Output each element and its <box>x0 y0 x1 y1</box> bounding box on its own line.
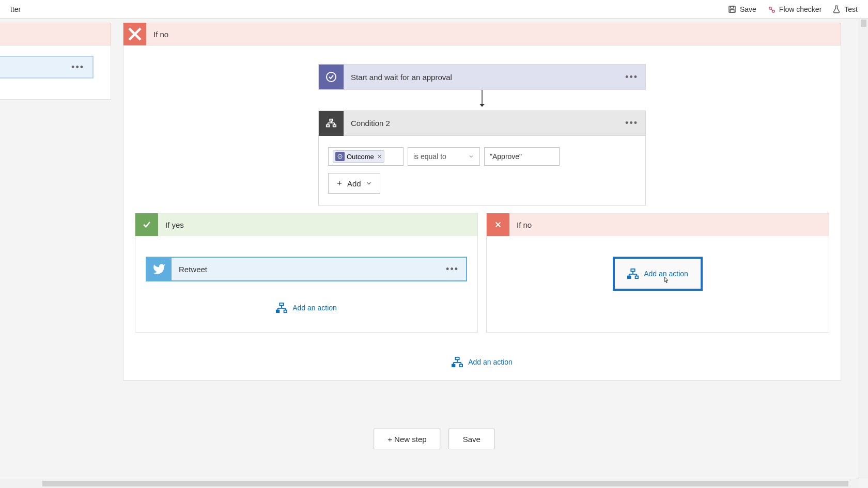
more-icon[interactable]: ••• <box>625 118 645 129</box>
svg-rect-22 <box>276 310 280 313</box>
svg-rect-7 <box>330 119 333 121</box>
designer-canvas[interactable]: ••• If no Start and wait for an approval… <box>0 19 859 479</box>
partial-left-branch: ••• <box>0 23 111 100</box>
outer-if-no-header[interactable]: If no <box>123 23 841 45</box>
add-action-icon <box>627 268 639 279</box>
svg-rect-37 <box>460 365 463 367</box>
svg-point-14 <box>338 154 342 159</box>
svg-rect-24 <box>631 269 635 272</box>
partial-branch-header <box>0 23 111 45</box>
approval-icon <box>319 65 344 89</box>
svg-rect-31 <box>456 357 459 360</box>
if-yes-header[interactable]: If yes <box>135 213 477 236</box>
more-icon[interactable]: ••• <box>71 62 84 73</box>
command-bar: tter Save Flow checker Test <box>0 0 868 19</box>
add-action-icon <box>276 302 287 313</box>
svg-point-5 <box>327 72 336 82</box>
flow-title-fragment: tter <box>10 5 21 13</box>
save-icon <box>727 5 737 14</box>
footer-buttons: + New step Save <box>374 429 494 449</box>
if-yes-branch: If yes Retweet ••• Add an action <box>135 213 478 333</box>
flow-checker-icon <box>767 5 776 14</box>
svg-rect-2 <box>730 9 734 12</box>
more-icon[interactable]: ••• <box>625 72 645 83</box>
horizontal-scrollbar[interactable] <box>0 479 859 488</box>
close-icon <box>487 213 509 236</box>
cursor-pointer-icon <box>661 276 671 287</box>
retweet-action[interactable]: Retweet ••• <box>146 257 467 281</box>
condition-step[interactable]: Condition 2 ••• Outcome ✕ is <box>318 111 646 206</box>
chevron-down-icon <box>365 180 373 187</box>
check-icon <box>135 213 158 236</box>
save-command[interactable]: Save <box>727 5 756 14</box>
condition-icon <box>319 111 344 136</box>
svg-rect-30 <box>636 276 639 279</box>
add-action-no-highlighted[interactable]: Add an action <box>613 257 703 291</box>
condition-value-left[interactable]: Outcome ✕ <box>328 147 404 166</box>
condition-value-right[interactable]: "Approve" <box>484 147 560 166</box>
test-icon <box>832 5 841 14</box>
remove-token-icon[interactable]: ✕ <box>376 153 382 160</box>
svg-rect-29 <box>628 276 631 279</box>
partial-action-card[interactable]: ••• <box>0 56 94 78</box>
connector-arrow <box>123 90 841 111</box>
add-action-outer[interactable]: Add an action <box>452 356 513 368</box>
svg-point-4 <box>772 10 774 12</box>
svg-rect-13 <box>333 124 336 127</box>
svg-rect-17 <box>280 303 284 306</box>
if-no-branch: If no Add an action <box>486 213 829 333</box>
test-command[interactable]: Test <box>832 5 858 14</box>
flow-checker-command[interactable]: Flow checker <box>767 5 822 14</box>
add-action-yes[interactable]: Add an action <box>276 302 337 313</box>
plus-icon <box>336 180 343 187</box>
add-condition-button[interactable]: Add <box>328 173 380 194</box>
close-icon <box>123 23 146 45</box>
more-icon[interactable]: ••• <box>446 264 466 275</box>
add-action-icon <box>452 356 463 368</box>
svg-rect-12 <box>327 124 330 127</box>
save-button[interactable]: Save <box>449 429 494 449</box>
new-step-button[interactable]: + New step <box>374 429 440 449</box>
svg-rect-23 <box>284 310 287 313</box>
dynamic-content-token[interactable]: Outcome ✕ <box>333 150 384 163</box>
svg-rect-1 <box>731 6 734 8</box>
approval-step[interactable]: Start and wait for an approval ••• <box>318 64 646 90</box>
vertical-scrollbar[interactable] <box>859 19 868 479</box>
twitter-icon <box>147 257 172 281</box>
if-no-header[interactable]: If no <box>487 213 829 236</box>
svg-rect-36 <box>452 365 455 367</box>
condition-operator-select[interactable]: is equal to <box>408 147 480 166</box>
chevron-down-icon <box>468 153 474 160</box>
outer-if-no-branch: If no Start and wait for an approval ••• <box>123 23 841 381</box>
